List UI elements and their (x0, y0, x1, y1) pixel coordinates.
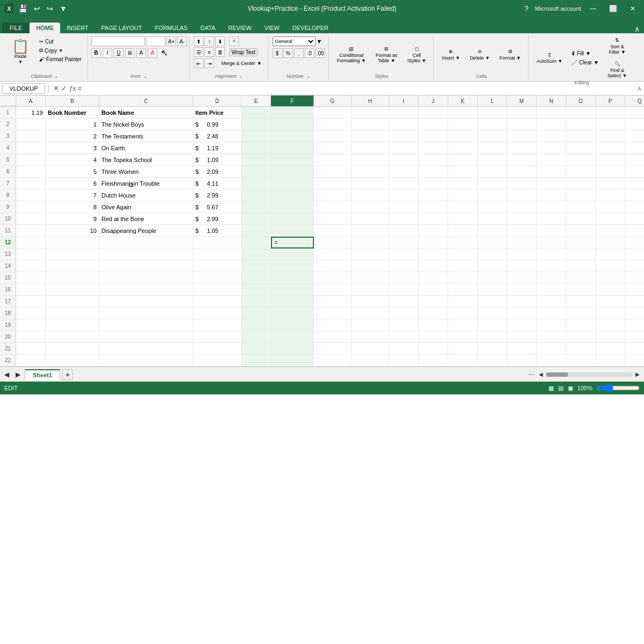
cell-g1[interactable] (314, 107, 352, 119)
cell-l10[interactable] (478, 213, 507, 225)
cell-a17[interactable] (16, 296, 46, 308)
cell-q16[interactable] (625, 284, 644, 296)
tab-page-layout[interactable]: PAGE LAYOUT (94, 23, 148, 33)
indent-decrease-button[interactable]: ⇤ (194, 58, 203, 68)
decrease-decimal-button[interactable]: .0 (305, 48, 314, 58)
cell-m5[interactable] (507, 154, 537, 166)
cell-q5[interactable] (625, 154, 644, 166)
cell-h12[interactable] (352, 237, 389, 248)
cell-c17[interactable] (99, 296, 193, 308)
cell-k6[interactable] (448, 166, 478, 178)
cell-d7[interactable]: $ 4.11 (193, 178, 241, 189)
cell-b21[interactable] (46, 343, 99, 355)
cell-p4[interactable] (596, 142, 625, 154)
cell-f19[interactable] (271, 319, 314, 331)
cell-c15[interactable] (99, 272, 193, 284)
cell-n19[interactable] (537, 319, 566, 331)
cell-p20[interactable] (596, 331, 625, 343)
cell-n4[interactable] (537, 142, 566, 154)
cell-c19[interactable] (99, 319, 193, 331)
cell-n9[interactable] (537, 201, 566, 213)
cell-m9[interactable] (507, 201, 537, 213)
cell-j14[interactable] (419, 260, 448, 272)
cell-d19[interactable] (193, 319, 241, 331)
font-size-input[interactable]: 11 (146, 36, 165, 46)
wrap-text-button[interactable]: Wrap Text (229, 48, 258, 56)
cell-f12[interactable]: = (271, 237, 314, 248)
account-label[interactable]: Microsoft account (535, 5, 581, 12)
clear-button[interactable]: 🧹 Clear ▼ (568, 58, 602, 67)
cell-q8[interactable] (625, 189, 644, 201)
page-layout-view-icon[interactable]: ▤ (558, 385, 564, 392)
cell-o6[interactable] (566, 166, 596, 178)
cell-b17[interactable] (46, 296, 99, 308)
cell-i8[interactable] (389, 189, 419, 201)
cell-a4[interactable] (16, 142, 46, 154)
cell-l9[interactable] (478, 201, 507, 213)
cell-f9[interactable] (271, 201, 314, 213)
cell-h1[interactable] (352, 107, 389, 119)
cell-g9[interactable] (314, 201, 352, 213)
cell-c22[interactable] (99, 355, 193, 367)
copy-button[interactable]: ⧉ Copy ▼ (36, 46, 84, 55)
cell-a14[interactable] (16, 260, 46, 272)
cell-n16[interactable] (537, 284, 566, 296)
confirm-formula-icon[interactable]: ✓ (61, 84, 67, 92)
horizontal-scrollbar-track[interactable] (546, 372, 632, 377)
cell-b16[interactable] (46, 284, 99, 296)
cell-i3[interactable] (389, 130, 419, 142)
cell-k4[interactable] (448, 142, 478, 154)
cell-e14[interactable] (241, 260, 271, 272)
cell-p3[interactable] (596, 130, 625, 142)
col-header-n[interactable]: N (537, 96, 566, 106)
cell-j6[interactable] (419, 166, 448, 178)
cell-p7[interactable] (596, 178, 625, 189)
cell-n10[interactable] (537, 213, 566, 225)
cell-m3[interactable] (507, 130, 537, 142)
cell-j2[interactable] (419, 119, 448, 130)
cell-j5[interactable] (419, 154, 448, 166)
cell-d14[interactable] (193, 260, 241, 272)
col-header-k[interactable]: K (448, 96, 478, 106)
sheet-tab-sheet1[interactable]: Sheet1 (25, 369, 60, 380)
cell-n14[interactable] (537, 260, 566, 272)
cell-h18[interactable] (352, 308, 389, 319)
cell-a9[interactable] (16, 201, 46, 213)
cell-l11[interactable] (478, 225, 507, 237)
col-header-p[interactable]: P (596, 96, 625, 106)
cell-k20[interactable] (448, 331, 478, 343)
cell-g13[interactable] (314, 248, 352, 260)
cell-i13[interactable] (389, 248, 419, 260)
cell-a11[interactable] (16, 225, 46, 237)
cell-h22[interactable] (352, 355, 389, 367)
cell-l19[interactable] (478, 319, 507, 331)
cell-d2[interactable]: $ 0.99 (193, 119, 241, 130)
cell-e20[interactable] (241, 331, 271, 343)
cell-o13[interactable] (566, 248, 596, 260)
cell-b8[interactable]: 7 (46, 189, 99, 201)
cell-l7[interactable] (478, 178, 507, 189)
align-center-button[interactable]: ≡ (204, 47, 214, 57)
cell-m7[interactable] (507, 178, 537, 189)
indent-increase-button[interactable]: ⇥ (204, 58, 214, 68)
cell-d3[interactable]: $ 2.48 (193, 130, 241, 142)
cell-d8[interactable]: $ 2.99 (193, 189, 241, 201)
cell-e3[interactable] (241, 130, 271, 142)
find-select-button[interactable]: 🔍 Find &Select ▼ (604, 58, 631, 81)
cell-e13[interactable] (241, 248, 271, 260)
cell-b1[interactable]: Book Number (46, 107, 99, 119)
cell-m19[interactable] (507, 319, 537, 331)
cell-d16[interactable] (193, 284, 241, 296)
cell-k13[interactable] (448, 248, 478, 260)
cell-b13[interactable] (46, 248, 99, 260)
cell-k10[interactable] (448, 213, 478, 225)
cell-o10[interactable] (566, 213, 596, 225)
cell-f22[interactable] (271, 355, 314, 367)
cell-b3[interactable]: 2 (46, 130, 99, 142)
align-right-button[interactable]: ≣ (215, 47, 225, 57)
cell-i15[interactable] (389, 272, 419, 284)
fill-button[interactable]: ⬇ Fill ▼ (568, 49, 602, 57)
cell-p17[interactable] (596, 296, 625, 308)
cell-i14[interactable] (389, 260, 419, 272)
cell-m20[interactable] (507, 331, 537, 343)
